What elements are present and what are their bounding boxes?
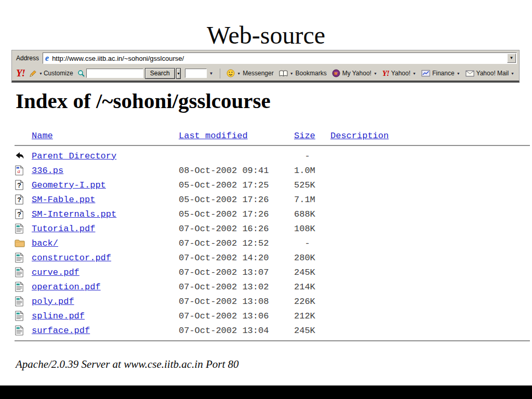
file-link[interactable]: poly.pdf [32, 297, 74, 307]
table-row: back/07-Oct-2002 12:52 - [15, 236, 530, 250]
file-link[interactable]: Geometry-I.ppt [32, 180, 106, 190]
search-dropdown-button[interactable]: ▼ [176, 68, 181, 79]
last-modified-cell: 05-Oct-2002 17:26 [179, 195, 294, 205]
toolbar-search-button[interactable]: Search [145, 68, 175, 79]
toolbar-item-label: Yahoo! Mail [476, 70, 509, 77]
text-file-icon [15, 223, 32, 234]
postscript-icon: a [15, 165, 32, 176]
last-modified-cell: 07-Oct-2002 13:06 [179, 311, 294, 321]
file-link[interactable]: constructor.pdf [32, 253, 111, 263]
file-link[interactable]: spline.pdf [32, 311, 85, 321]
size-cell: - [294, 238, 330, 248]
toolbar-combo-box[interactable] [185, 69, 207, 78]
table-row: poly.pdf07-Oct-2002 13:08226K [15, 294, 530, 309]
size-cell: 212K [294, 311, 330, 321]
table-row: operation.pdf07-Oct-2002 13:02214K [15, 280, 530, 294]
chevron-down-icon[interactable]: ▼ [39, 72, 43, 75]
file-link[interactable]: operation.pdf [32, 282, 101, 292]
bookmarks-icon [279, 70, 288, 77]
yahoo-icon: Y! [382, 69, 389, 78]
my-yahoo-icon: M [332, 69, 340, 77]
file-link[interactable]: Parent Directory [32, 151, 116, 161]
size-cell: 226K [294, 297, 330, 307]
unknown-file-icon: ? [15, 208, 32, 220]
last-modified-cell: 07-Oct-2002 13:02 [179, 282, 294, 292]
yahoo-toolbar-items: ▼Messenger▼BookmarksMMy Yahoo!▼Y!Yahoo!▼… [224, 69, 517, 78]
toolbar-separator [220, 69, 220, 78]
toolbar-item-yahoo[interactable]: Y!Yahoo!▼ [381, 69, 417, 78]
slide-title: Web-source [0, 21, 532, 49]
size-cell: 214K [294, 282, 330, 292]
chevron-down-icon[interactable]: ▼ [237, 72, 241, 75]
browser-chrome: Address e http://www.cse.iitb.ac.in/~soh… [11, 50, 520, 83]
folder-icon [15, 238, 32, 248]
toolbar-item-label: My Yahoo! [342, 70, 371, 77]
yahoo-logo-icon[interactable]: Y! [16, 68, 25, 79]
address-input[interactable]: e http://www.cse.iitb.ac.in/~sohoni/gssl… [43, 52, 517, 64]
chevron-down-icon[interactable]: ▼ [374, 72, 377, 75]
size-cell: 108K [294, 224, 330, 234]
last-modified-cell: 08-Oct-2002 09:41 [179, 166, 294, 176]
finance-icon [421, 70, 430, 77]
file-link[interactable]: 336.ps [32, 166, 63, 176]
table-row: ?Geometry-I.ppt05-Oct-2002 17:25525K [15, 178, 530, 192]
column-header-name[interactable]: Name [32, 131, 53, 141]
column-header-size[interactable]: Size [294, 131, 315, 141]
toolbar-item-yahoo-mail[interactable]: Yahoo! Mail▼ [464, 70, 515, 77]
table-row: surface.pdf07-Oct-2002 13:04245K [15, 323, 530, 338]
smiley-icon [227, 69, 235, 77]
svg-text:M: M [334, 72, 337, 75]
svg-text:?: ? [17, 211, 21, 218]
page-title: Index of /~sohoni/gsslcourse [16, 88, 271, 113]
toolbar-item-bookmarks[interactable]: ▼Bookmarks [278, 70, 328, 77]
last-modified-cell: 07-Oct-2002 14:20 [179, 253, 294, 263]
text-file-icon [15, 281, 32, 292]
table-row: constructor.pdf07-Oct-2002 14:20280K [15, 250, 530, 265]
table-row: Tutorial.pdf07-Oct-2002 16:26108K [15, 221, 530, 236]
last-modified-cell: 07-Oct-2002 13:08 [179, 297, 294, 307]
size-cell: 245K [294, 326, 330, 336]
file-link[interactable]: SM-Fable.ppt [32, 195, 95, 205]
table-row: ?SM-Fable.ppt05-Oct-2002 17:267.1M [15, 192, 530, 207]
table-row: curve.pdf07-Oct-2002 13:07245K [15, 265, 530, 280]
customize-button[interactable]: Customize [44, 70, 73, 77]
file-link[interactable]: back/ [32, 238, 58, 248]
svg-text:?: ? [17, 182, 21, 189]
chevron-down-icon[interactable]: ▼ [511, 72, 514, 75]
chevron-down-icon[interactable]: ▼ [413, 72, 416, 75]
listing-header: Name Last modified Size Description [15, 129, 530, 142]
mail-icon [466, 70, 474, 77]
toolbar-item-label: Bookmarks [296, 70, 327, 77]
size-cell: 525K [294, 180, 330, 190]
text-file-icon [15, 267, 32, 278]
last-modified-cell: 07-Oct-2002 13:04 [179, 326, 294, 336]
address-dropdown-button[interactable]: ▼ [507, 54, 516, 63]
toolbar-item-finance[interactable]: Finance▼ [420, 70, 461, 77]
size-cell: 280K [294, 253, 330, 263]
toolbar-item-label: Yahoo! [391, 70, 410, 77]
last-modified-cell: 07-Oct-2002 12:52 [179, 238, 294, 248]
toolbar-search-input[interactable] [86, 69, 143, 78]
last-modified-cell: 05-Oct-2002 17:26 [179, 209, 294, 219]
last-modified-cell: 05-Oct-2002 17:25 [179, 180, 294, 190]
column-header-description[interactable]: Description [330, 131, 389, 141]
unknown-file-icon: ? [15, 194, 32, 205]
column-header-last-modified[interactable]: Last modified [179, 131, 248, 141]
file-link[interactable]: Tutorial.pdf [32, 224, 95, 234]
svg-text:?: ? [17, 196, 21, 204]
file-link[interactable]: SM-Internals.ppt [32, 209, 116, 219]
pencil-icon[interactable] [29, 70, 37, 77]
size-cell: 688K [294, 209, 330, 219]
toolbar-item-messenger[interactable]: ▼Messenger [225, 69, 274, 77]
file-link[interactable]: surface.pdf [32, 326, 90, 336]
table-row: ?SM-Internals.ppt05-Oct-2002 17:26688K [15, 207, 530, 221]
chevron-down-icon[interactable]: ▼ [290, 72, 294, 75]
file-link[interactable]: curve.pdf [32, 268, 79, 277]
unknown-file-icon: ? [15, 179, 32, 191]
size-cell: 1.0M [294, 166, 330, 176]
combo-chevron-down-icon[interactable]: ▼ [209, 71, 213, 76]
chevron-down-icon[interactable]: ▼ [457, 72, 460, 75]
toolbar-item-label: Finance [432, 70, 455, 77]
toolbar-item-my-yahoo[interactable]: MMy Yahoo!▼ [331, 69, 378, 77]
table-row: spline.pdf07-Oct-2002 13:06212K [15, 309, 530, 323]
